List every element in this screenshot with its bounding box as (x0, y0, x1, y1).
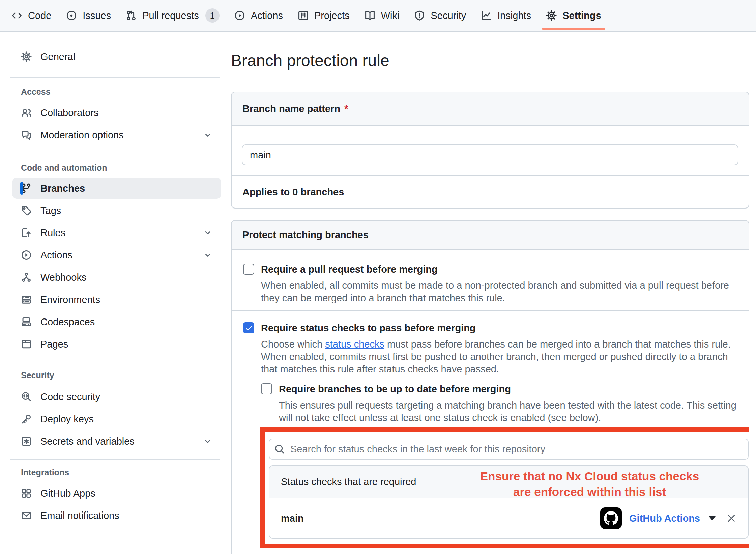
annotation-line: are enforced within this list (452, 484, 728, 500)
chevron-down-icon (203, 228, 212, 238)
settings-sidebar: General Access Collaborators Moderation … (0, 32, 226, 554)
sidebar-item-label: Email notifications (40, 510, 119, 521)
sidebar-item-pages[interactable]: Pages (12, 334, 221, 355)
rule-require-pull-request: Require a pull request before merging Wh… (232, 250, 749, 310)
required-asterisk: * (344, 103, 348, 114)
sidebar-item-label: Code security (40, 391, 100, 403)
projects-icon (298, 10, 309, 21)
chevron-down-icon (203, 437, 212, 446)
sidebar-item-label: Deploy keys (40, 414, 94, 425)
tab-label: Projects (314, 10, 350, 21)
branch-name-pattern-input[interactable] (242, 144, 738, 165)
tab-label: Code (28, 10, 51, 21)
chevron-down-icon (203, 250, 212, 260)
rule-description: Choose which status checks must pass bef… (261, 338, 737, 376)
require-status-checks-checkbox[interactable] (243, 322, 254, 333)
gear-icon (21, 51, 32, 62)
sidebar-item-github-apps[interactable]: GitHub Apps (12, 483, 221, 504)
tab-pull-requests[interactable]: Pull requests 1 (120, 0, 225, 31)
actions-play-icon (234, 10, 245, 21)
status-check-dropdown-caret[interactable] (709, 516, 716, 520)
applies-to-branches: Applies to 0 branches (232, 175, 749, 208)
tab-insights[interactable]: Insights (475, 0, 536, 31)
code-icon (11, 10, 22, 21)
sidebar-item-label: Branches (40, 183, 85, 194)
sidebar-item-codespaces[interactable]: Codespaces (12, 311, 221, 332)
sidebar-item-label: Moderation options (40, 130, 124, 141)
active-tab-underline (542, 28, 605, 30)
tab-settings[interactable]: Settings (541, 0, 606, 31)
book-icon (365, 10, 375, 21)
tab-projects[interactable]: Projects (292, 0, 355, 31)
sidebar-item-label: Tags (40, 205, 61, 216)
people-icon (21, 107, 32, 118)
octocat-mark-icon (604, 511, 618, 525)
sidebar-section-access: Access (21, 85, 190, 99)
tab-actions[interactable]: Actions (229, 0, 288, 31)
close-icon (726, 513, 736, 523)
sidebar-item-code-security[interactable]: Code security (12, 386, 221, 407)
sidebar-item-email-notifications[interactable]: Email notifications (12, 505, 221, 526)
sidebar-item-rules[interactable]: Rules (12, 222, 221, 243)
protect-matching-branches-card: Protect matching branches Require a pull… (231, 220, 749, 554)
required-status-checks-list: Status checks that are required Ensure t… (269, 465, 749, 539)
sidebar-item-label: Secrets and variables (40, 436, 135, 447)
sidebar-item-environments[interactable]: Environments (12, 289, 221, 310)
tab-issues[interactable]: Issues (61, 0, 116, 31)
remove-status-check-button[interactable] (726, 513, 736, 523)
tab-label: Pull requests (142, 10, 199, 21)
require-pull-request-checkbox[interactable] (243, 264, 254, 275)
sidebar-divider (10, 77, 220, 78)
page-title: Branch protection rule (231, 51, 749, 71)
key-icon (21, 414, 32, 424)
chevron-down-icon (203, 130, 212, 140)
graph-icon (481, 10, 492, 21)
github-settings-page: Code Issues Pull requests 1 Actions Proj… (0, 0, 756, 554)
github-actions-link[interactable]: GitHub Actions (629, 513, 700, 524)
browser-icon (21, 339, 32, 350)
codescan-icon (21, 391, 32, 402)
sidebar-item-collaborators[interactable]: Collaborators (12, 102, 221, 123)
tab-code[interactable]: Code (6, 0, 57, 31)
tab-label: Wiki (381, 10, 400, 21)
sidebar-divider (10, 459, 220, 460)
rule-description: This ensures pull requests targeting a m… (279, 399, 737, 424)
sidebar-item-deploy-keys[interactable]: Deploy keys (12, 409, 221, 430)
status-checks-link[interactable]: status checks (325, 339, 384, 350)
tab-wiki[interactable]: Wiki (359, 0, 405, 31)
sidebar-item-label: Actions (40, 250, 72, 261)
annotation-highlight-box: Status checks that are required Ensure t… (260, 427, 749, 548)
play-icon (21, 250, 32, 260)
sidebar-item-branches[interactable]: Branches (12, 178, 221, 199)
tag-icon (21, 205, 32, 216)
annotation-line: Ensure that no Nx Cloud status checks (452, 469, 728, 484)
check-icon (245, 324, 253, 332)
sidebar-item-tags[interactable]: Tags (12, 200, 221, 221)
tab-label: Insights (497, 10, 531, 21)
branch-name-pattern-body (232, 126, 749, 175)
rule-description: When enabled, all commits must be made t… (261, 279, 737, 304)
sidebar-item-secrets-variables[interactable]: Secrets and variables (12, 431, 221, 452)
status-checks-list-header-label: Status checks that are required (281, 476, 416, 488)
tab-security[interactable]: Security (409, 0, 471, 31)
sidebar-item-moderation-options[interactable]: Moderation options (12, 124, 221, 145)
shield-icon (414, 10, 425, 21)
rule-require-up-to-date: Require branches to be up to date before… (261, 382, 737, 424)
sidebar-item-webhooks[interactable]: Webhooks (12, 267, 221, 288)
require-up-to-date-checkbox[interactable] (261, 383, 272, 394)
branch-name-pattern-header: Branch name pattern * (232, 92, 749, 126)
status-checks-search-input[interactable] (269, 439, 749, 460)
sidebar-section-integrations: Integrations (21, 466, 190, 479)
branch-name-pattern-card: Branch name pattern * Applies to 0 branc… (231, 92, 749, 209)
sidebar-item-label: Webhooks (40, 272, 87, 283)
sidebar-item-label: Pages (40, 339, 68, 350)
sidebar-item-actions[interactable]: Actions (12, 245, 221, 266)
sidebar-item-general[interactable]: General (12, 46, 221, 67)
branch-name-pattern-label: Branch name pattern (242, 103, 340, 114)
tab-label: Settings (562, 10, 601, 21)
sidebar-section-security: Security (21, 368, 190, 382)
rule-require-status-checks: Require status checks to pass before mer… (232, 310, 749, 554)
repo-tab-bar: Code Issues Pull requests 1 Actions Proj… (0, 0, 756, 32)
status-check-row: main GitHub Actions (269, 498, 748, 538)
sidebar-section-code-automation: Code and automation (21, 161, 190, 174)
